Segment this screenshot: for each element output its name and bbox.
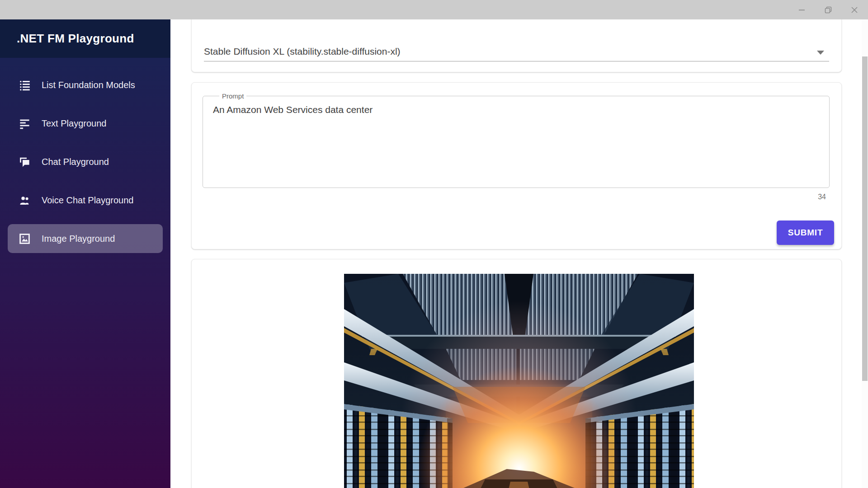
- prompt-label: Prompt: [219, 92, 246, 100]
- sidebar-item-chat-playground[interactable]: Chat Playground: [8, 147, 163, 176]
- sidebar-item-image-playground[interactable]: Image Playground: [8, 224, 163, 253]
- generated-image: [344, 274, 694, 488]
- window-controls: [795, 0, 862, 19]
- select-underline: [204, 61, 829, 61]
- model-select-card: Stable Diffusion XL (stability.stable-di…: [191, 19, 842, 72]
- app-title: .NET FM Playground: [17, 32, 134, 46]
- close-icon: [850, 5, 859, 14]
- sidebar-item-label: Voice Chat Playground: [42, 195, 133, 206]
- main-content: Stable Diffusion XL (stability.stable-di…: [170, 19, 868, 488]
- scrollbar-thumb[interactable]: [862, 56, 868, 381]
- sidebar-header: .NET FM Playground: [0, 19, 170, 58]
- sidebar-item-label: Image Playground: [42, 234, 115, 244]
- sidebar-item-text-playground[interactable]: Text Playground: [8, 109, 163, 138]
- minimize-icon: [797, 5, 807, 14]
- vertical-scrollbar[interactable]: [862, 19, 868, 488]
- restore-icon: [824, 5, 833, 14]
- chevron-down-icon: [817, 51, 824, 55]
- image-icon: [19, 233, 31, 245]
- sidebar-item-label: List Foundation Models: [42, 80, 135, 90]
- restore-button[interactable]: [821, 0, 835, 19]
- prompt-input[interactable]: An Amazon Web Services data center: [209, 103, 823, 179]
- close-button[interactable]: [847, 0, 862, 19]
- generated-image-graphic: [344, 274, 694, 488]
- prompt-field-outline: Prompt An Amazon Web Services data cente…: [203, 92, 830, 188]
- sidebar-item-label: Chat Playground: [42, 157, 109, 167]
- model-select[interactable]: Stable Diffusion XL (stability.stable-di…: [192, 19, 841, 72]
- people-icon: [19, 194, 31, 206]
- sidebar: .NET FM Playground List Foundation Model…: [0, 19, 170, 488]
- sidebar-item-label: Text Playground: [42, 118, 106, 129]
- sidebar-nav: List Foundation Models Text Playground: [0, 58, 170, 488]
- list-icon: [19, 79, 31, 91]
- titlebar: [0, 0, 868, 19]
- sidebar-item-list-foundation-models[interactable]: List Foundation Models: [8, 70, 163, 99]
- text-lines-icon: [19, 117, 31, 130]
- result-card: [191, 259, 842, 488]
- sidebar-item-voice-chat-playground[interactable]: Voice Chat Playground: [8, 186, 163, 215]
- chat-bubbles-icon: [19, 156, 31, 168]
- prompt-card: Prompt An Amazon Web Services data cente…: [191, 82, 842, 249]
- submit-button[interactable]: SUBMIT: [777, 221, 834, 245]
- character-count: 34: [818, 193, 826, 201]
- model-select-value: Stable Diffusion XL (stability.stable-di…: [204, 46, 401, 57]
- minimize-button[interactable]: [795, 0, 809, 19]
